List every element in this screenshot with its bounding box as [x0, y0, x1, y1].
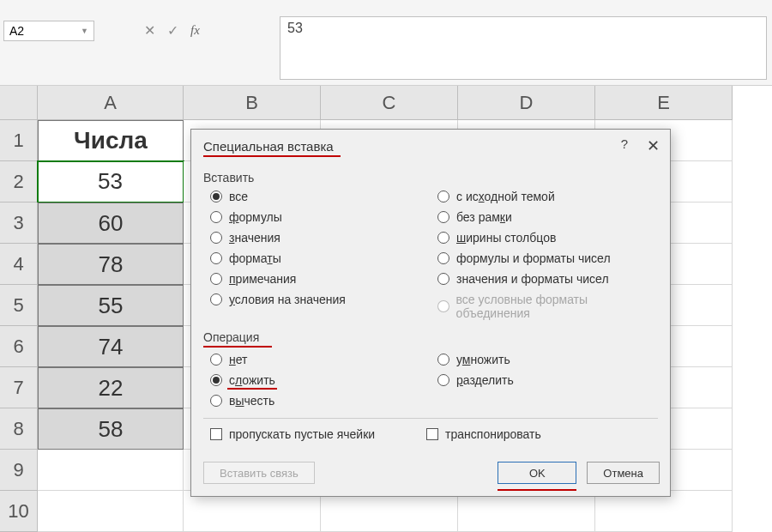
operation-option[interactable]: умножить — [437, 353, 658, 366]
name-box-dropdown-icon[interactable]: ▼ — [81, 27, 88, 35]
help-icon[interactable]: ? — [621, 136, 628, 155]
row-header[interactable]: 5 — [0, 285, 38, 326]
cell[interactable]: 53 — [38, 161, 184, 203]
radio-icon — [210, 232, 222, 244]
row-header[interactable]: 4 — [0, 244, 38, 285]
paste-option[interactable]: формулы — [210, 210, 431, 224]
row-header[interactable]: 7 — [0, 367, 38, 408]
radio-icon — [210, 252, 222, 264]
operation-option[interactable]: нет — [210, 353, 431, 366]
row-header[interactable]: 10 — [0, 491, 38, 532]
formula-input[interactable]: 53 — [280, 16, 767, 80]
radio-icon — [210, 374, 222, 386]
operation-option[interactable]: сложить — [210, 373, 431, 387]
radio-label: ширины столбцов — [456, 231, 556, 245]
paste-option[interactable]: ширины столбцов — [437, 231, 658, 245]
cell[interactable]: Числа — [38, 120, 184, 161]
highlight-line — [203, 155, 341, 157]
enter-icon[interactable]: ✓ — [167, 22, 178, 39]
column-header-A[interactable]: A — [38, 86, 184, 120]
radio-label: условия на значения — [229, 293, 346, 306]
radio-icon — [437, 190, 449, 203]
paste-option[interactable]: формулы и форматы чисел — [437, 251, 658, 265]
radio-label: примечания — [229, 272, 296, 286]
paste-special-dialog: Специальная вставка ? ✕ Вставить всеформ… — [190, 129, 671, 497]
row: 10 — [0, 491, 772, 532]
radio-label: без рамки — [456, 210, 512, 224]
column-header-D[interactable]: D — [458, 86, 595, 120]
row-header[interactable]: 3 — [0, 203, 38, 244]
row-header[interactable]: 2 — [0, 161, 38, 203]
paste-option: все условные форматы объединения — [437, 293, 658, 320]
paste-option[interactable]: с исходной темой — [437, 190, 658, 203]
radio-label: умножить — [456, 353, 510, 366]
dialog-title: Специальная вставка — [203, 139, 334, 154]
radio-icon — [437, 273, 449, 285]
radio-icon — [437, 211, 449, 223]
cancel-button[interactable]: Отмена — [587, 462, 660, 484]
paste-option[interactable]: значения — [210, 231, 431, 245]
radio-icon — [210, 354, 222, 366]
row-header[interactable]: 8 — [0, 408, 38, 450]
radio-label: разделить — [456, 373, 514, 387]
fx-icon[interactable]: fx — [190, 23, 200, 38]
name-box[interactable]: A2 ▼ — [3, 21, 94, 41]
radio-icon — [210, 273, 222, 285]
cell[interactable]: 74 — [38, 326, 184, 367]
select-all-corner[interactable] — [0, 86, 38, 120]
cell[interactable]: 22 — [38, 367, 184, 408]
transpose-checkbox[interactable]: транспонировать — [426, 427, 541, 441]
close-icon[interactable]: ✕ — [647, 136, 660, 155]
radio-icon — [210, 211, 222, 223]
paste-option[interactable]: все — [210, 190, 431, 203]
radio-label: формулы — [229, 210, 282, 224]
paste-section-label: Вставить — [203, 171, 658, 184]
cell[interactable] — [38, 450, 184, 491]
column-header-E[interactable]: E — [595, 86, 733, 120]
formula-bar-buttons: ✕ ✓ fx — [144, 22, 200, 39]
ok-button[interactable]: OK — [498, 462, 576, 484]
paste-option[interactable]: без рамки — [437, 210, 658, 224]
cell-reference: A2 — [9, 24, 24, 38]
radio-icon — [437, 252, 449, 264]
cell[interactable]: 60 — [38, 203, 184, 244]
cell[interactable] — [321, 491, 458, 532]
radio-label: вычесть — [229, 394, 274, 408]
operation-section-label: Операция — [203, 330, 658, 348]
column-header-B[interactable]: B — [184, 86, 321, 120]
operation-option[interactable]: разделить — [437, 373, 658, 387]
radio-icon — [437, 374, 449, 386]
paste-option[interactable]: условия на значения — [210, 293, 431, 306]
cell[interactable]: 78 — [38, 244, 184, 285]
cell[interactable]: 55 — [38, 285, 184, 326]
cell[interactable] — [184, 491, 321, 532]
skip-blanks-checkbox[interactable]: пропускать пустые ячейки — [210, 427, 375, 441]
operation-option[interactable]: вычесть — [210, 394, 431, 408]
radio-label: все — [229, 190, 248, 203]
row-header[interactable]: 6 — [0, 326, 38, 367]
cell[interactable] — [38, 491, 184, 532]
radio-icon — [210, 293, 222, 305]
row-header[interactable]: 1 — [0, 120, 38, 161]
radio-label: формулы и форматы чисел — [456, 251, 611, 265]
highlight-line — [227, 388, 277, 390]
paste-option[interactable]: форматы — [210, 251, 431, 265]
radio-label: форматы — [229, 251, 281, 265]
paste-link-button: Вставить связь — [203, 462, 315, 484]
column-header-C[interactable]: C — [321, 86, 458, 120]
cell[interactable] — [458, 491, 595, 532]
row-header[interactable]: 9 — [0, 450, 38, 491]
radio-icon — [437, 300, 449, 312]
column-headers: A B C D E — [0, 86, 772, 120]
paste-option[interactable]: примечания — [210, 272, 431, 286]
radio-icon — [437, 232, 449, 244]
radio-icon — [210, 395, 222, 407]
paste-option[interactable]: значения и форматы чисел — [437, 272, 658, 286]
cell[interactable] — [595, 491, 733, 532]
radio-label: с исходной темой — [456, 190, 555, 203]
radio-icon — [210, 190, 222, 203]
radio-label: сложить — [229, 373, 275, 387]
cancel-icon[interactable]: ✕ — [144, 22, 155, 39]
cell[interactable]: 58 — [38, 408, 184, 450]
radio-label: все условные форматы объединения — [456, 293, 658, 320]
